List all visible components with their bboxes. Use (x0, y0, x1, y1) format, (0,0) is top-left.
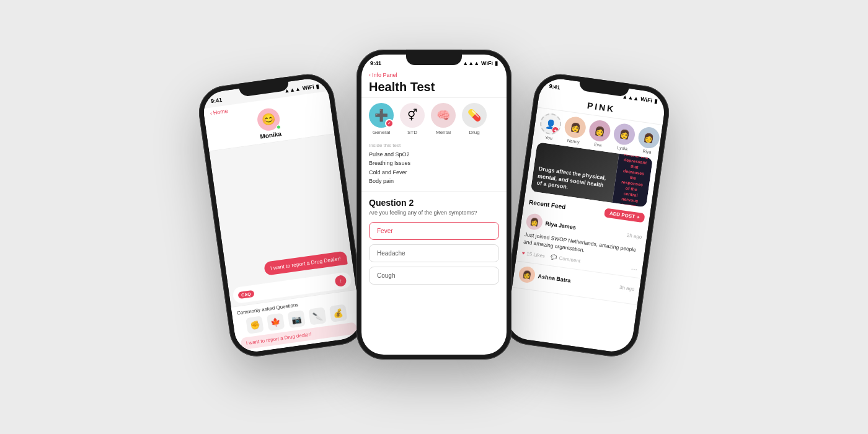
back-button-health[interactable]: ‹ Info Panel (369, 72, 499, 78)
answer-option-2[interactable]: Headache (369, 244, 499, 262)
tab-label-std: STD (407, 130, 417, 135)
check-badge-general: ✓ (385, 119, 394, 128)
story-avatar-lydia: 👩 (613, 122, 636, 146)
chat-username: Monika (260, 130, 282, 140)
pink-screen: 9:41 ▲▲▲ WiFi ▮ PINK 👤 + (505, 76, 667, 354)
post-1-avatar: 👩 (525, 213, 543, 231)
screen-center: 9:41 ▲▲▲ WiFi ▮ ‹ Info Panel Health Test (361, 55, 507, 355)
inside-item-1: Pulse and SpO2 (369, 150, 499, 159)
phones-container: 9:41 ▲▲▲ WiFi ▮ ‹ Home 😊 (202, 62, 666, 372)
phone-right: 9:41 ▲▲▲ WiFi ▮ PINK 👤 + (500, 71, 673, 360)
time-right: 9:41 (549, 83, 560, 91)
health-screen: 9:41 ▲▲▲ WiFi ▮ ‹ Info Panel Health Test (361, 55, 507, 355)
question-number: Question 2 (369, 198, 499, 208)
inside-item-2: Breathing Issues (369, 159, 499, 167)
post-2-avatar: 👩 (518, 265, 536, 283)
wifi-icon-r: WiFi (640, 96, 653, 104)
battery-icon-r: ▮ (653, 98, 657, 105)
inside-item-4: Body pain (369, 177, 499, 185)
tab-icon-std: ⚥ (400, 103, 425, 128)
back-button-chat[interactable]: ‹ Home (210, 108, 228, 117)
heart-icon: ♥ (521, 250, 525, 257)
story-name-lydia: Lydia (617, 145, 627, 151)
add-story-badge: + (551, 126, 560, 135)
comment-label-1: Comment (559, 255, 581, 264)
tab-std[interactable]: ⚥ STD (400, 103, 425, 135)
story-nancy[interactable]: 👩 Nancy (562, 115, 587, 144)
post-2-time: 3h ago (619, 285, 634, 292)
online-indicator (277, 125, 281, 130)
back-label-chat: Home (213, 108, 228, 116)
tab-icon-general: ➕ ✓ (369, 103, 394, 128)
chat-avatar: 😊 (256, 107, 281, 132)
faq-icon-3[interactable]: 📷 (288, 310, 306, 328)
story-you[interactable]: 👤 + You (538, 112, 563, 141)
wifi-icon-c: WiFi (481, 60, 493, 66)
inside-item-3: Cold and Fever (369, 168, 499, 177)
tab-drug[interactable]: 💊 Drug (462, 103, 487, 135)
banner-side-text: Alcohol is a depressant that decreases t… (616, 151, 650, 207)
tab-mental[interactable]: 🧠 Mental (431, 103, 456, 135)
comment-icon: 💬 (551, 254, 557, 260)
tab-icon-drug: 💊 (462, 103, 487, 128)
inside-label: Inside this test (369, 143, 499, 148)
battery-icon: ▮ (316, 83, 319, 90)
health-header: ‹ Info Panel Health Test (361, 69, 507, 98)
chevron-left-icon: ‹ (210, 110, 212, 116)
chevron-left-icon-h: ‹ (369, 72, 371, 78)
story-avatar-eva: 👩 (588, 119, 611, 143)
tab-icon-mental: 🧠 (431, 103, 456, 128)
back-label-health: Info Panel (372, 72, 397, 78)
plus-icon: + (636, 215, 640, 221)
wifi-icon: WiFi (302, 84, 314, 92)
time-center: 9:41 (370, 60, 381, 66)
phone-left: 9:41 ▲▲▲ WiFi ▮ ‹ Home 😊 (195, 71, 368, 360)
faq-icon-2[interactable]: 🍁 (267, 313, 285, 331)
like-count-1: 15 Likes (526, 251, 546, 259)
story-name-nancy: Nancy (567, 138, 580, 144)
faq-icon-4[interactable]: 🔪 (308, 307, 326, 325)
tab-label-general: General (373, 130, 390, 135)
faq-icon-5[interactable]: 💰 (329, 304, 347, 322)
test-tabs: ➕ ✓ General ⚥ STD 🧠 Mental 💊 (361, 98, 507, 140)
status-icons-right: ▲▲▲ WiFi ▮ (622, 94, 657, 105)
chat-input-label: CAQ (237, 290, 254, 298)
tab-label-drug: Drug (469, 130, 479, 135)
tab-label-mental: Mental (436, 130, 451, 135)
story-riya[interactable]: 👩 Riya (636, 126, 661, 155)
question-section: Question 2 Are you feeling any of the gi… (361, 192, 507, 355)
tab-general[interactable]: ➕ ✓ General (369, 103, 394, 135)
question-text: Are you feeling any of the given symptom… (369, 210, 499, 216)
signal-icon-c: ▲▲▲ (463, 60, 479, 66)
health-test-title: Health Test (369, 80, 499, 94)
story-avatar-nancy: 👩 (564, 115, 587, 139)
recent-feed-label: Recent Feed (529, 198, 566, 210)
more-options-1[interactable]: ··· (631, 264, 638, 273)
post-1-author: Riya James (545, 220, 576, 231)
screen-right: 9:41 ▲▲▲ WiFi ▮ PINK 👤 + (505, 76, 667, 354)
battery-icon-c: ▮ (495, 60, 498, 66)
chat-screen: 9:41 ▲▲▲ WiFi ▮ ‹ Home 😊 (201, 76, 363, 354)
banner-right: Alcohol is a depressant that decreases t… (612, 154, 653, 208)
answer-option-1[interactable]: Fever (369, 222, 499, 240)
story-eva[interactable]: 👩 Eva (587, 119, 612, 148)
story-lydia[interactable]: 👩 Lydia (612, 122, 637, 151)
add-post-label: ADD POST (609, 210, 635, 219)
faq-icon-1[interactable]: ✊ (246, 316, 264, 334)
notch-center (406, 50, 462, 65)
story-name-you: You (545, 135, 553, 141)
banner-left: Drugs affect the physical, mental, and s… (531, 142, 619, 203)
send-button[interactable]: ↑ (334, 275, 347, 287)
post-2-author: Ashna Batra (538, 273, 571, 283)
post-1-time: 2h ago (626, 232, 642, 239)
screen-left: 9:41 ▲▲▲ WiFi ▮ ‹ Home 😊 (201, 76, 363, 354)
comment-button-1[interactable]: 💬 Comment (551, 254, 580, 264)
status-icons-center: ▲▲▲ WiFi ▮ (463, 60, 498, 66)
story-avatar-riya: 👩 (637, 126, 660, 149)
phone-center: 9:41 ▲▲▲ WiFi ▮ ‹ Info Panel Health Test (356, 50, 512, 360)
like-button-1[interactable]: ♥ 15 Likes (521, 250, 545, 259)
answer-option-3[interactable]: Cough (369, 267, 499, 285)
story-name-eva: Eva (594, 142, 602, 148)
story-name-riya: Riya (642, 149, 652, 154)
banner-text: Drugs affect the physical, mental, and s… (536, 166, 611, 197)
